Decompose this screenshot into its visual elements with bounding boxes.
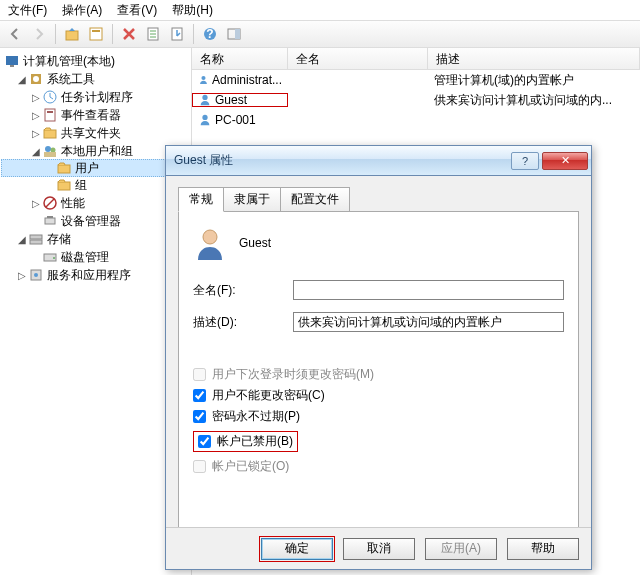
list-row[interactable]: Guest 供来宾访问计算机或访问域的内... (192, 90, 640, 110)
tree-root-label: 计算机管理(本地) (23, 53, 115, 70)
svg-rect-0 (66, 31, 78, 40)
chk-disabled-label: 帐户已禁用(B) (217, 433, 293, 450)
user-avatar-icon (193, 226, 227, 260)
tree-services[interactable]: ▷服务和应用程序 (2, 266, 189, 284)
svg-rect-19 (44, 152, 56, 157)
help-button[interactable]: ? (199, 23, 221, 45)
svg-rect-15 (47, 111, 53, 113)
menu-action[interactable]: 操作(A) (62, 2, 102, 18)
svg-point-31 (201, 76, 205, 80)
tree-groups[interactable]: 组 (2, 176, 189, 194)
tree-label: 共享文件夹 (61, 125, 121, 142)
tree-devmgr[interactable]: 设备管理器 (2, 212, 189, 230)
apply-button[interactable]: 应用(A) (425, 538, 497, 560)
tree-label: 设备管理器 (61, 213, 121, 230)
col-desc[interactable]: 描述 (428, 48, 640, 69)
chk-locked-row: 帐户已锁定(O) (193, 458, 564, 475)
cell-name: Administrat... (212, 73, 282, 87)
chk-never-row[interactable]: 密码永不过期(P) (193, 408, 564, 425)
delete-button[interactable] (118, 23, 140, 45)
back-button[interactable] (4, 23, 26, 45)
cell-desc: 供来宾访问计算机或访问域的内... (434, 92, 612, 109)
dialog-titlebar[interactable]: Guest 属性 ? ✕ (166, 146, 591, 176)
svg-rect-20 (58, 165, 70, 173)
chk-mustchange-label: 用户下次登录时须更改密码(M) (212, 366, 374, 383)
col-name[interactable]: 名称 (192, 48, 288, 69)
tree-label: 存储 (47, 231, 71, 248)
menu-help[interactable]: 帮助(H) (172, 2, 213, 18)
tree-label: 组 (75, 177, 87, 194)
menu-view[interactable]: 查看(V) (117, 2, 157, 18)
svg-text:?: ? (206, 27, 213, 41)
chk-account-disabled[interactable] (198, 435, 211, 448)
user-name-display: Guest (239, 236, 271, 250)
tree-perf[interactable]: ▷性能 (2, 194, 189, 212)
fullname-input[interactable] (293, 280, 564, 300)
tree-localug[interactable]: ◢本地用户和组 (2, 142, 189, 160)
help-button-dialog[interactable]: 帮助 (507, 538, 579, 560)
tree-root[interactable]: 计算机管理(本地) (2, 52, 189, 70)
chk-cannot-change[interactable] (193, 389, 206, 402)
dialog-title: Guest 属性 (174, 152, 511, 169)
svg-rect-8 (235, 29, 240, 39)
svg-rect-24 (47, 216, 53, 218)
list-row[interactable]: PC-001 (192, 110, 640, 130)
menu-file[interactable]: 文件(F) (8, 2, 47, 18)
tree-disk[interactable]: 磁盘管理 (2, 248, 189, 266)
dialog-help-button[interactable]: ? (511, 152, 539, 170)
tree-users[interactable]: 用户 (1, 159, 190, 177)
tree-shared[interactable]: ▷共享文件夹 (2, 124, 189, 142)
tree-label: 系统工具 (47, 71, 95, 88)
tab-general[interactable]: 常规 (178, 187, 224, 212)
svg-rect-1 (90, 28, 102, 40)
svg-point-28 (53, 257, 55, 259)
tree-label: 磁盘管理 (61, 249, 109, 266)
tree-systools[interactable]: ◢系统工具 (2, 70, 189, 88)
nav-tree[interactable]: 计算机管理(本地) ◢系统工具 ▷任务计划程序 ▷事件查看器 ▷共享文件夹 ◢本… (0, 48, 192, 575)
toolbar: ? (0, 20, 640, 48)
cell-name: Guest (215, 93, 247, 107)
chk-cannot-label: 用户不能更改密码(C) (212, 387, 325, 404)
tree-label: 任务计划程序 (61, 89, 133, 106)
tab-memberof[interactable]: 隶属于 (223, 187, 281, 212)
svg-rect-25 (30, 235, 42, 239)
svg-point-17 (45, 146, 51, 152)
description-label: 描述(D): (193, 314, 293, 331)
tab-profile[interactable]: 配置文件 (280, 187, 350, 212)
svg-rect-10 (10, 65, 14, 67)
highlight-disabled: 帐户已禁用(B) (193, 431, 298, 452)
chk-mustchange (193, 368, 206, 381)
properties-dialog: Guest 属性 ? ✕ 常规 隶属于 配置文件 Guest 全名(F): 描述… (165, 145, 592, 570)
chk-locked-label: 帐户已锁定(O) (212, 458, 289, 475)
svg-rect-23 (45, 218, 55, 224)
export-button[interactable] (166, 23, 188, 45)
list-row[interactable]: Administrat... 管理计算机(域)的内置帐户 (192, 70, 640, 90)
svg-point-33 (202, 115, 207, 120)
chk-never-expire[interactable] (193, 410, 206, 423)
forward-button[interactable] (28, 23, 50, 45)
cancel-button[interactable]: 取消 (343, 538, 415, 560)
dialog-tabs: 常规 隶属于 配置文件 (178, 187, 579, 212)
tab-panel-general: Guest 全名(F): 描述(D): 用户下次登录时须更改密码(M) 用户不能… (178, 211, 579, 530)
svg-point-32 (202, 95, 207, 100)
up-button[interactable] (61, 23, 83, 45)
description-input[interactable] (293, 312, 564, 332)
cell-name: PC-001 (215, 113, 256, 127)
tree-storage[interactable]: ◢存储 (2, 230, 189, 248)
ok-button[interactable]: 确定 (261, 538, 333, 560)
refresh-button[interactable] (142, 23, 164, 45)
menu-bar: 文件(F) 操作(A) 查看(V) 帮助(H) (0, 0, 640, 20)
tree-label: 本地用户和组 (61, 143, 133, 160)
properties-button[interactable] (85, 23, 107, 45)
chk-never-label: 密码永不过期(P) (212, 408, 300, 425)
col-fullname[interactable]: 全名 (288, 48, 428, 69)
tree-task[interactable]: ▷任务计划程序 (2, 88, 189, 106)
dialog-close-button[interactable]: ✕ (542, 152, 588, 170)
tree-event[interactable]: ▷事件查看器 (2, 106, 189, 124)
fullname-label: 全名(F): (193, 282, 293, 299)
svg-rect-26 (30, 240, 42, 244)
action-pane-button[interactable] (223, 23, 245, 45)
chk-cannot-row[interactable]: 用户不能更改密码(C) (193, 387, 564, 404)
svg-rect-16 (44, 130, 56, 138)
tree-label: 服务和应用程序 (47, 267, 131, 284)
